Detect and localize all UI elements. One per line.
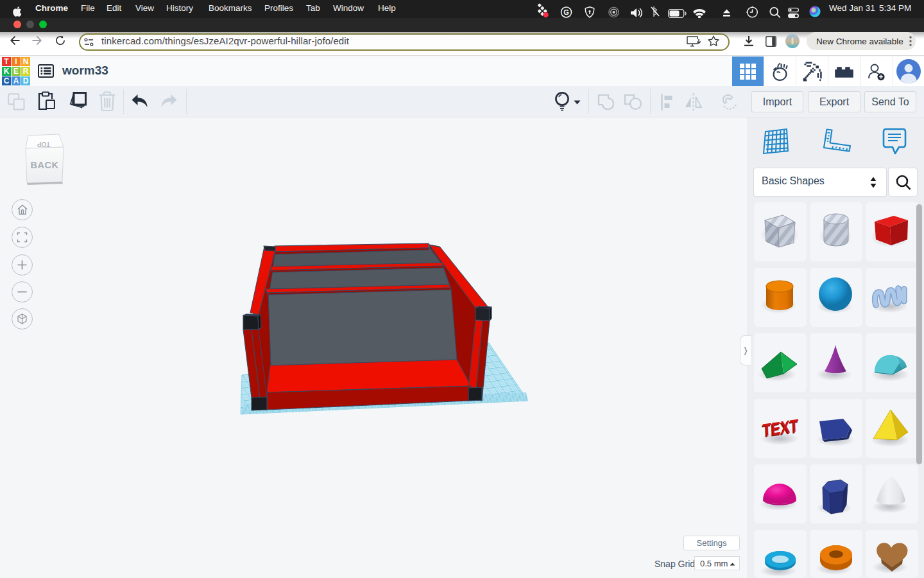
svg-text:TOP: TOP <box>37 141 50 148</box>
svg-text:BACK: BACK <box>31 160 59 170</box>
